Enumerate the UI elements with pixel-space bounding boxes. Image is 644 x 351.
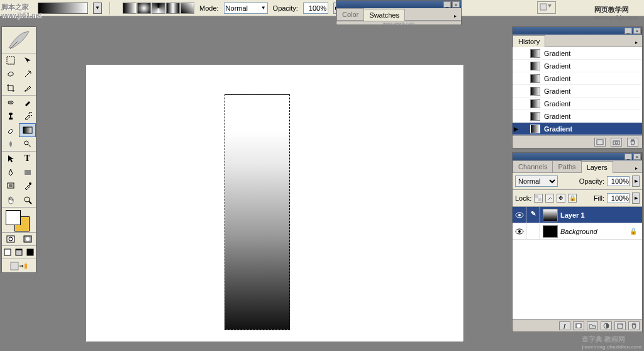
new-snapshot-button[interactable] bbox=[611, 138, 622, 147]
history-item[interactable]: Gradient bbox=[513, 60, 642, 72]
panel-close-button[interactable]: × bbox=[633, 153, 641, 160]
eyedropper-tool[interactable] bbox=[19, 179, 36, 193]
svg-point-4 bbox=[30, 71, 31, 72]
panel-minimize-button[interactable]: _ bbox=[625, 28, 632, 34]
history-item[interactable]: Gradient bbox=[513, 72, 642, 85]
opacity-flyout[interactable]: ▶ bbox=[632, 176, 640, 187]
healing-tool[interactable] bbox=[2, 96, 19, 109]
marquee-tool[interactable] bbox=[2, 53, 19, 67]
layer-link-cell[interactable] bbox=[526, 207, 540, 223]
angle-gradient-button[interactable] bbox=[152, 3, 165, 14]
layer-row[interactable]: Background 🔒 bbox=[513, 223, 642, 240]
layer-mask-button[interactable] bbox=[573, 321, 584, 330]
panel-close-button[interactable]: × bbox=[452, 1, 460, 8]
gradient-icon bbox=[530, 87, 540, 96]
panel-close-button[interactable]: × bbox=[633, 28, 641, 34]
opacity-input[interactable] bbox=[303, 3, 328, 14]
new-document-from-state-button[interactable] bbox=[594, 138, 606, 147]
gradient-preset-dropdown[interactable]: ▼ bbox=[93, 3, 102, 14]
visibility-toggle[interactable] bbox=[513, 223, 526, 239]
jump-to-imageready[interactable] bbox=[2, 259, 36, 272]
quickmask-mode-button[interactable] bbox=[19, 233, 36, 245]
adjustment-layer-button[interactable] bbox=[601, 321, 612, 330]
lock-position-button[interactable]: ✥ bbox=[557, 194, 565, 203]
swatches-tab[interactable]: Swatches bbox=[364, 9, 405, 21]
screen-full-button[interactable] bbox=[25, 246, 36, 259]
stamp-tool[interactable] bbox=[2, 109, 19, 123]
path-select-tool[interactable] bbox=[2, 152, 19, 165]
fill-label: Fill: bbox=[594, 194, 604, 202]
lock-transparency-button[interactable] bbox=[534, 194, 543, 203]
shape-tool[interactable] bbox=[19, 165, 36, 179]
foreground-color[interactable] bbox=[6, 210, 21, 225]
visibility-toggle[interactable] bbox=[513, 207, 526, 223]
document-canvas[interactable] bbox=[86, 65, 464, 342]
layer-name[interactable]: Background bbox=[560, 228, 630, 235]
wand-tool[interactable] bbox=[19, 67, 36, 81]
history-brush-tool[interactable] bbox=[19, 109, 36, 123]
svg-rect-9 bbox=[9, 118, 13, 120]
history-item[interactable]: Gradient bbox=[513, 98, 642, 110]
paths-tab[interactable]: Paths bbox=[552, 160, 581, 172]
eraser-tool[interactable] bbox=[2, 123, 19, 137]
reflected-gradient-button[interactable] bbox=[166, 3, 180, 14]
screen-full-menubar-button[interactable] bbox=[13, 246, 25, 259]
color-tab[interactable]: Color bbox=[336, 8, 364, 20]
blend-mode-select[interactable]: Normal▼ bbox=[224, 3, 268, 14]
zoom-tool[interactable] bbox=[19, 193, 36, 207]
panel-menu-icon[interactable]: ▸ bbox=[632, 38, 641, 47]
layer-fill-input[interactable] bbox=[607, 193, 630, 203]
delete-state-button[interactable] bbox=[627, 138, 638, 147]
history-item[interactable]: Gradient bbox=[513, 110, 642, 123]
svg-point-38 bbox=[518, 214, 521, 216]
hand-tool[interactable] bbox=[2, 193, 19, 207]
linear-gradient-button[interactable] bbox=[123, 3, 136, 14]
history-tab[interactable]: History bbox=[513, 35, 545, 47]
panel-footer-text: www.weajx.com bbox=[336, 21, 461, 25]
gradient-preset-swatch[interactable] bbox=[38, 3, 88, 14]
layer-thumbnail[interactable] bbox=[543, 225, 558, 238]
new-layer-button[interactable] bbox=[614, 321, 626, 330]
layer-style-button[interactable]: ƒ bbox=[559, 321, 570, 330]
blur-tool[interactable] bbox=[2, 137, 19, 151]
lock-pixels-button[interactable] bbox=[545, 194, 554, 203]
layer-name[interactable]: Layer 1 bbox=[560, 211, 642, 219]
type-tool[interactable]: T bbox=[19, 152, 36, 165]
pen-tool[interactable] bbox=[2, 165, 19, 179]
gradient-tool[interactable] bbox=[19, 123, 36, 137]
lasso-tool[interactable] bbox=[2, 67, 19, 81]
screen-standard-button[interactable] bbox=[2, 246, 13, 259]
crop-tool[interactable] bbox=[2, 81, 19, 95]
history-item[interactable]: Gradient bbox=[513, 47, 642, 60]
radial-gradient-button[interactable] bbox=[137, 3, 151, 14]
history-item-active[interactable]: ▶ Gradient bbox=[513, 123, 642, 135]
panel-menu-icon[interactable]: ▸ bbox=[451, 11, 460, 20]
new-set-button[interactable] bbox=[587, 321, 598, 330]
delete-layer-button[interactable] bbox=[628, 321, 640, 330]
history-panel: _ × History ▸ Gradient Gradient Gradient… bbox=[512, 26, 643, 148]
history-item[interactable]: Gradient bbox=[513, 85, 642, 98]
layer-blend-mode-select[interactable]: Normal bbox=[515, 176, 558, 187]
layer-thumbnail[interactable] bbox=[543, 209, 558, 221]
layer-opacity-input[interactable] bbox=[607, 176, 630, 186]
svg-rect-15 bbox=[25, 170, 31, 175]
slice-tool[interactable] bbox=[19, 81, 36, 95]
layer-link-cell[interactable] bbox=[526, 223, 540, 239]
layer-opacity-label: Opacity: bbox=[579, 177, 604, 185]
layer-row[interactable]: Layer 1 bbox=[513, 207, 642, 223]
channels-tab[interactable]: Channels bbox=[513, 160, 553, 172]
standard-mode-button[interactable] bbox=[2, 233, 19, 245]
brush-tool[interactable] bbox=[19, 96, 36, 109]
fill-flyout[interactable]: ▶ bbox=[632, 192, 640, 204]
move-tool[interactable] bbox=[19, 53, 36, 67]
palette-well-button[interactable] bbox=[537, 1, 556, 14]
lock-all-button[interactable]: 🔒 bbox=[568, 194, 577, 203]
panel-menu-icon[interactable]: ▸ bbox=[632, 164, 641, 172]
gradient-icon bbox=[530, 74, 540, 83]
diamond-gradient-button[interactable] bbox=[180, 3, 194, 14]
dodge-tool[interactable] bbox=[19, 137, 36, 151]
panel-minimize-button[interactable]: _ bbox=[625, 153, 632, 160]
layers-tab[interactable]: Layers bbox=[581, 161, 613, 173]
panel-minimize-button[interactable]: _ bbox=[443, 1, 451, 8]
notes-tool[interactable] bbox=[2, 179, 19, 193]
